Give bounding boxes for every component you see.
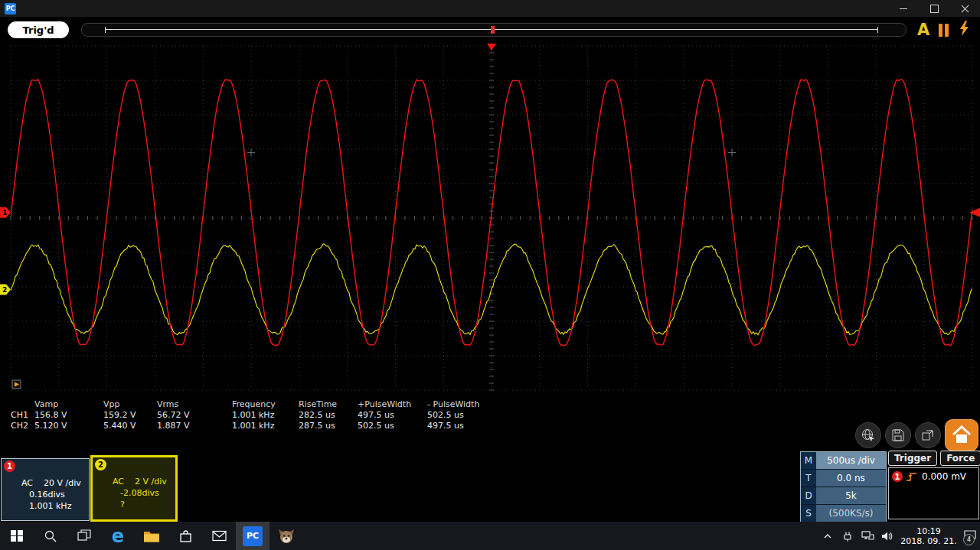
power-tray-icon-button[interactable]	[838, 522, 858, 550]
measurement-value: 5.440 V	[103, 421, 157, 431]
channel2-settings: AC 2 V /div -2.08divs ?	[113, 476, 167, 510]
mail-button[interactable]	[202, 522, 236, 550]
timebase-row-samplerate[interactable]: S (500KS/s)	[801, 505, 886, 522]
channel2-offset: -2.08divs	[120, 487, 167, 499]
toolbar-buttons: A	[917, 21, 970, 39]
measurement-value: 5.120 V	[34, 421, 103, 431]
lightning-icon	[958, 21, 970, 36]
trigger-status-badge: Trig'd	[8, 21, 69, 38]
measurement-value: 287.5 us	[299, 421, 358, 431]
channel1-settings: AC 20 V /div 0.16divs 1.001 kHz	[21, 477, 81, 512]
start-button[interactable]	[0, 522, 34, 550]
channel2-scale: 2 V /div	[135, 476, 167, 487]
measurement-header: Frequency	[232, 399, 299, 410]
minimize-button[interactable]	[888, 0, 919, 17]
channel2-frequency: ?	[120, 499, 167, 510]
timebase-row-main[interactable]: M 500us /div	[801, 452, 886, 470]
measurement-value: 56.72 V	[157, 410, 232, 421]
globe-cursor-icon	[861, 428, 876, 443]
gimp-app-button[interactable]	[270, 522, 303, 550]
measurement-value: 497.5 us	[358, 410, 427, 421]
trigger-buttons: Trigger Force	[888, 451, 979, 466]
measurement-header: Vrms	[157, 399, 232, 410]
measurement-value: 159.2 V	[103, 410, 157, 421]
measurement-header-row: Vamp Vpp Vrms Frequency RiseTime +PulseW…	[11, 399, 519, 410]
timebase-key: S	[801, 505, 816, 522]
channel1-coupling: AC	[21, 477, 33, 489]
timebase-row-depth[interactable]: D 5k	[801, 487, 886, 505]
chevron-up-icon	[823, 532, 832, 540]
save-button[interactable]	[885, 422, 911, 448]
store-bag-icon	[179, 529, 192, 543]
measurement-row-ch1: CH1 156.8 V 159.2 V 56.72 V 1.001 kHz 28…	[11, 410, 519, 421]
trigger-info: 1 0.000 mV	[888, 467, 979, 519]
timebase-key: M	[801, 452, 816, 469]
run-button[interactable]	[958, 21, 970, 39]
measurement-value: 1.001 kHz	[232, 421, 299, 431]
autoset-button[interactable]: A	[917, 22, 929, 38]
svg-text:1: 1	[2, 209, 7, 216]
task-view-button[interactable]	[67, 522, 101, 550]
timebase-key: D	[801, 487, 816, 504]
export-icon	[921, 428, 935, 442]
measurement-header: Vpp	[103, 399, 157, 410]
maximize-icon	[930, 5, 939, 13]
task-view-icon	[77, 529, 91, 543]
svg-text:2: 2	[2, 286, 7, 294]
tray-expand-button[interactable]	[818, 522, 838, 550]
network-icon	[861, 530, 874, 542]
export-button[interactable]	[915, 422, 941, 448]
utility-buttons	[855, 419, 978, 451]
measurement-value: 1.001 kHz	[232, 410, 299, 421]
store-button[interactable]	[168, 522, 202, 550]
measurements-panel: Vamp Vpp Vrms Frequency RiseTime +PulseW…	[11, 399, 519, 431]
search-icon	[44, 529, 57, 543]
measurement-row-ch2: CH2 5.120 V 5.440 V 1.887 V 1.001 kHz 28…	[11, 421, 519, 431]
timebase-row-trigger-delay[interactable]: T 0.0 ns	[801, 470, 886, 487]
channel2-badge: 2	[95, 459, 106, 470]
timebase-value: 500us /div	[816, 452, 886, 469]
pause-button[interactable]	[939, 24, 949, 37]
channel2-box[interactable]: 2 AC 2 V /div -2.08divs ?	[90, 455, 178, 522]
edge-browser-button[interactable]: e	[101, 522, 135, 550]
home-icon	[951, 425, 972, 445]
scope-display[interactable]: 12	[0, 43, 980, 395]
minimize-icon	[900, 8, 907, 9]
trigger-button[interactable]: Trigger	[888, 451, 937, 466]
file-explorer-button[interactable]	[135, 522, 168, 550]
measurement-value: 502.5 us	[358, 421, 427, 431]
windows-taskbar: e PC	[0, 522, 980, 550]
maximize-button[interactable]	[919, 0, 949, 17]
notification-badge: 4	[963, 534, 975, 545]
slider-position-marker[interactable]	[491, 26, 495, 34]
measurement-header: Vamp	[34, 399, 103, 410]
timebase-value: 5k	[816, 487, 886, 504]
timebase-value: (500KS/s)	[816, 505, 886, 522]
horizontal-position-slider[interactable]	[81, 23, 906, 37]
pause-icon	[939, 24, 942, 37]
action-center-button[interactable]: 4	[960, 522, 980, 550]
plug-icon	[841, 530, 854, 542]
measurement-header: - PulseWidth	[427, 399, 519, 410]
timebase-key: T	[801, 470, 816, 487]
network-tray-icon-button[interactable]	[858, 522, 877, 550]
channel2-coupling: AC	[113, 476, 124, 487]
pc-oscilloscope-app-button[interactable]: PC	[236, 522, 270, 550]
close-button[interactable]	[949, 0, 980, 17]
measurement-value: 282.5 us	[299, 410, 358, 421]
trigger-level-value: 0.000 mV	[922, 471, 966, 482]
force-trigger-button[interactable]: Force	[940, 451, 980, 466]
home-button[interactable]	[945, 419, 978, 451]
measurement-header: +PulseWidth	[358, 399, 427, 410]
timebase-value: 0.0 ns	[816, 470, 886, 487]
volume-tray-icon-button[interactable]	[877, 522, 897, 550]
taskbar-clock[interactable]: 10:19 2018. 09. 21.	[897, 526, 960, 546]
taskbar-time: 10:19	[897, 526, 960, 536]
channel1-box[interactable]: 1 AC 20 V /div 0.16divs 1.001 kHz	[1, 458, 90, 521]
web-cursor-button[interactable]	[855, 422, 881, 448]
search-button[interactable]	[34, 522, 67, 550]
measurement-value: 1.887 V	[157, 421, 232, 431]
taskbar-date: 2018. 09. 21.	[897, 536, 960, 546]
measurement-header: RiseTime	[299, 399, 358, 410]
trigger-panel: Trigger Force 1 0.000 mV	[888, 451, 979, 522]
